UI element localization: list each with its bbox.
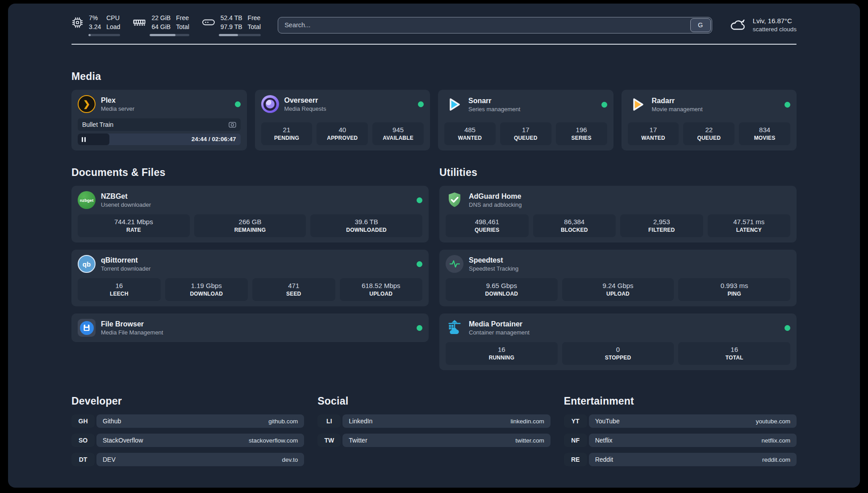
- disk-progress-fill: [219, 34, 238, 36]
- weather-location: Lviv, 16.87°C: [753, 17, 797, 25]
- app-card-adguard[interactable]: AdGuard Home DNS and adblocking 498,461Q…: [439, 186, 797, 242]
- playback-progress-bar[interactable]: 24:44 / 02:06:47: [78, 134, 241, 145]
- cpu-progress-fill: [88, 34, 91, 36]
- app-subtitle: Container management: [469, 329, 530, 336]
- links-column-entertainment: Entertainment YT YouTubeyoutube.com NF N…: [564, 395, 797, 466]
- header-divider: [71, 44, 797, 45]
- link-name: Reddit: [595, 456, 613, 463]
- search-input[interactable]: [278, 17, 712, 33]
- status-online-dot: [785, 102, 790, 108]
- link-row-stackoverflow[interactable]: SO StackOverflowstackoverflow.com: [71, 434, 304, 447]
- app-name: Speedtest: [469, 256, 518, 264]
- cpu-load-avg: 3.24: [89, 23, 101, 31]
- app-card-overseerr[interactable]: Overseerr Media Requests 21PENDING 40APP…: [255, 90, 430, 150]
- stat-tile: 0STOPPED: [562, 342, 674, 365]
- stat-tile: 834MOVIES: [739, 122, 790, 145]
- status-online-dot: [785, 325, 790, 331]
- app-subtitle: Speedtest Tracking: [469, 265, 518, 272]
- app-name: qBittorrent: [101, 256, 150, 264]
- disk-total: 97.9 TB: [221, 23, 242, 31]
- section-title-entertainment: Entertainment: [564, 395, 797, 407]
- link-row-linkedin[interactable]: LI LinkedInlinkedin.com: [317, 414, 550, 428]
- stat-tile: 471SEED: [252, 278, 335, 301]
- radarr-icon: [628, 95, 647, 114]
- app-name: Overseerr: [284, 96, 326, 104]
- weather-condition: scattered clouds: [753, 25, 797, 33]
- app-card-nzbget[interactable]: nzbget NZBGet Usenet downloader 744.21 M…: [71, 186, 429, 242]
- link-url: linkedin.com: [511, 418, 544, 425]
- ram-progress-fill: [150, 34, 175, 36]
- app-subtitle: Series management: [468, 106, 520, 113]
- link-tag: DT: [71, 453, 95, 466]
- section-title-developer: Developer: [71, 395, 304, 407]
- link-row-dev[interactable]: DT DEVdev.to: [71, 453, 304, 466]
- stat-tiles: 16RUNNING 0STOPPED 16TOTAL: [446, 337, 790, 365]
- stat-tile: 744.21 MbpsRATE: [78, 214, 190, 237]
- middle-columns: Documents & Files nzbget NZBGet Usenet d…: [71, 167, 797, 370]
- cpu-labels: CPU Load: [106, 14, 120, 31]
- link-row-netflix[interactable]: NF Netflixnetflix.com: [564, 434, 797, 447]
- status-online-dot: [601, 102, 607, 108]
- link-row-github[interactable]: GH Githubgithub.com: [71, 414, 304, 428]
- now-playing-title: Bullet Train: [82, 121, 113, 128]
- app-card-filebrowser[interactable]: File Browser Media File Management: [71, 313, 429, 342]
- app-card-portainer[interactable]: Media Portainer Container management 16R…: [439, 313, 797, 370]
- link-row-reddit[interactable]: RE Redditreddit.com: [564, 453, 797, 466]
- cpu-usage: 7%: [89, 14, 101, 22]
- stat-tile: 9.65 GbpsDOWNLOAD: [446, 278, 558, 301]
- media-card-grid: ❯ Plex Media server Bullet Train: [71, 90, 797, 150]
- app-name: Media Portainer: [469, 320, 530, 328]
- stat-tiles: 21PENDING 40APPROVED 945AVAILABLE: [261, 117, 424, 145]
- app-card-plex[interactable]: ❯ Plex Media server Bullet Train: [71, 90, 247, 150]
- system-stats: 7% 3.24 CPU Load: [71, 14, 261, 37]
- stat-tile: 17WANTED: [628, 122, 679, 145]
- disk-values: 52.4 TB 97.9 TB: [221, 14, 242, 31]
- links-column-developer: Developer GH Githubgithub.com SO StackOv…: [71, 395, 304, 466]
- app-subtitle: Movie management: [652, 106, 703, 113]
- dashboard: 7% 3.24 CPU Load: [0, 0, 868, 493]
- app-card-radarr[interactable]: Radarr Movie management 17WANTED 22QUEUE…: [622, 90, 797, 150]
- status-online-dot: [417, 325, 422, 331]
- link-url: netflix.com: [761, 437, 790, 444]
- app-card-sonarr[interactable]: Sonarr Series management 485WANTED 17QUE…: [438, 90, 613, 150]
- link-row-twitter[interactable]: TW Twittertwitter.com: [317, 434, 550, 447]
- status-online-dot: [417, 197, 422, 203]
- link-row-youtube[interactable]: YT YouTubeyoutube.com: [564, 414, 797, 428]
- app-name: AdGuard Home: [469, 192, 522, 201]
- search-engine-button[interactable]: G: [690, 18, 711, 32]
- section-title-media: Media: [71, 71, 797, 83]
- ram-stat: 22 GiB 64 GiB Free Total: [133, 14, 189, 37]
- link-tag: YT: [564, 414, 587, 428]
- nzbget-icon: nzbget: [78, 191, 96, 209]
- link-name: DEV: [103, 456, 116, 463]
- portainer-icon: [446, 319, 463, 337]
- card-header: Media Portainer Container management: [446, 319, 790, 337]
- stat-tile: 17QUEUED: [500, 122, 551, 145]
- stat-tile: 16RUNNING: [446, 342, 558, 365]
- weather-widget: Lviv, 16.87°C scattered clouds: [729, 17, 797, 33]
- stat-tiles: 16LEECH 1.19 GbpsDOWNLOAD 471SEED 618.52…: [78, 273, 422, 301]
- link-url: github.com: [268, 418, 298, 425]
- playback-progress-fill: [78, 134, 109, 145]
- pause-icon[interactable]: [82, 137, 86, 142]
- link-name: YouTube: [595, 418, 620, 425]
- status-online-dot: [235, 101, 241, 107]
- cloud-icon: [729, 18, 747, 32]
- section-title-utilities: Utilities: [439, 167, 797, 179]
- stat-tile: 196SERIES: [556, 122, 607, 145]
- cpu-values: 7% 3.24: [89, 14, 101, 31]
- dashboard-panel: 7% 3.24 CPU Load: [8, 4, 860, 488]
- link-tag: NF: [564, 434, 587, 447]
- stat-tile: 945AVAILABLE: [372, 122, 424, 145]
- card-header: File Browser Media File Management: [78, 319, 422, 337]
- app-card-speedtest[interactable]: Speedtest Speedtest Tracking 9.65 GbpsDO…: [439, 250, 797, 306]
- app-name: Sonarr: [468, 97, 520, 105]
- link-url: dev.to: [282, 456, 298, 463]
- plex-now-playing: Bullet Train 24:44 / 02:06:47: [78, 118, 241, 145]
- link-name: LinkedIn: [349, 418, 372, 425]
- utilities-column: Utilities AdGuard Home DNS and adblockin…: [439, 167, 797, 370]
- app-card-qbittorrent[interactable]: qb qBittorrent Torrent downloader 16LEEC…: [71, 250, 429, 306]
- link-tag: LI: [317, 414, 341, 428]
- disk-stat: 52.4 TB 97.9 TB Free Total: [202, 14, 261, 37]
- stat-tile: 618.52 MbpsUPLOAD: [340, 278, 423, 301]
